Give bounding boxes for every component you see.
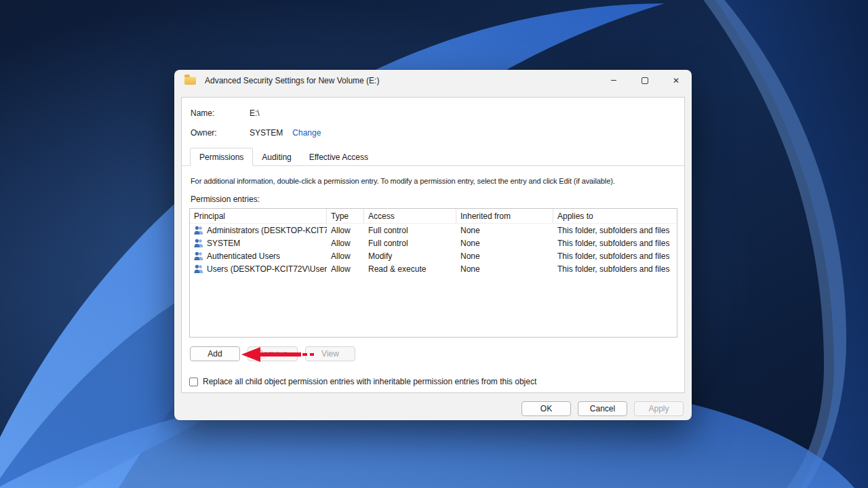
cell-inherited-from: None [456,226,553,235]
cell-type: Allow [327,226,364,235]
cell-type: Allow [327,239,364,248]
apply-button[interactable]: Apply [634,401,684,416]
permission-entries-table: Principal Type Access Inherited from App… [189,208,677,338]
dialog-footer-buttons: OK Cancel Apply [521,401,684,416]
ok-button[interactable]: OK [521,401,571,416]
cell-applies-to: This folder, subfolders and files [553,251,677,261]
owner-field-row: Owner: SYSTEM Change [191,128,321,138]
permission-entries-label: Permission entries: [191,195,260,204]
cell-type: Allow [327,264,364,274]
name-value: E:\ [250,108,260,118]
users-group-icon [194,239,203,247]
users-group-icon [194,264,203,273]
table-row[interactable]: Authenticated Users Allow Modify None Th… [190,249,677,262]
table-row[interactable]: SYSTEM Allow Full control None This fold… [190,237,677,249]
cell-applies-to: This folder, subfolders and files [553,239,677,248]
column-header-access[interactable]: Access [364,209,456,223]
view-button[interactable]: View [305,346,355,361]
remove-button[interactable]: Remove [248,346,298,361]
cell-principal: Users (DESKTOP-KCIT72V\Users) [207,264,327,274]
cell-applies-to: This folder, subfolders and files [553,264,677,274]
minimize-icon: – [611,75,616,84]
cell-access: Read & execute [364,264,456,274]
tab-auditing[interactable]: Auditing [253,148,300,165]
close-button[interactable]: ✕ [660,70,692,92]
maximize-button[interactable] [629,70,660,92]
change-owner-link[interactable]: Change [292,128,321,138]
column-header-principal[interactable]: Principal [190,209,327,223]
owner-value: SYSTEM [250,128,283,138]
owner-label: Owner: [191,128,250,138]
cell-access: Modify [364,251,456,261]
table-row[interactable]: Users (DESKTOP-KCIT72V\Users) Allow Read… [190,262,677,275]
add-button[interactable]: Add [190,346,240,361]
titlebar[interactable]: Advanced Security Settings for New Volum… [174,70,692,92]
minimize-button[interactable]: – [598,70,629,92]
close-icon: ✕ [673,76,679,85]
replace-permissions-checkbox[interactable] [189,378,198,386]
tab-effective-access[interactable]: Effective Access [300,148,377,165]
table-row[interactable]: Administrators (DESKTOP-KCIT7... Allow F… [190,224,677,237]
tab-bar: Permissions Auditing Effective Access [182,148,684,166]
cell-applies-to: This folder, subfolders and files [553,226,677,235]
advanced-security-settings-window: Advanced Security Settings for New Volum… [174,70,692,420]
cell-principal: Administrators (DESKTOP-KCIT7... [207,226,327,235]
cell-inherited-from: None [456,251,553,261]
table-header: Principal Type Access Inherited from App… [190,209,677,224]
cell-access: Full control [364,239,456,248]
column-header-type[interactable]: Type [327,209,364,223]
name-field-row: Name: E:\ [191,108,260,118]
users-group-icon [194,226,203,235]
cell-principal: SYSTEM [207,239,240,248]
column-header-applies-to[interactable]: Applies to [553,209,677,223]
column-header-inherited-from[interactable]: Inherited from [456,209,553,223]
replace-permissions-label[interactable]: Replace all child object permission entr… [203,377,536,386]
window-controls: – ✕ [598,70,692,92]
cell-inherited-from: None [456,264,553,274]
cell-access: Full control [364,226,456,235]
replace-permissions-row: Replace all child object permission entr… [189,377,536,386]
folder-icon [184,77,196,85]
tab-permissions[interactable]: Permissions [190,148,253,166]
cell-type: Allow [327,251,364,261]
permissions-info-text: For additional information, double-click… [191,177,682,185]
content-panel: Name: E:\ Owner: SYSTEM Change Permissio… [181,97,685,393]
cell-principal: Authenticated Users [207,251,280,261]
cell-inherited-from: None [456,239,553,248]
entry-action-buttons: Add Remove View [190,346,355,361]
users-group-icon [194,251,203,260]
window-title: Advanced Security Settings for New Volum… [205,76,379,85]
name-label: Name: [191,108,250,118]
cancel-button[interactable]: Cancel [578,401,627,416]
maximize-icon [642,77,648,84]
